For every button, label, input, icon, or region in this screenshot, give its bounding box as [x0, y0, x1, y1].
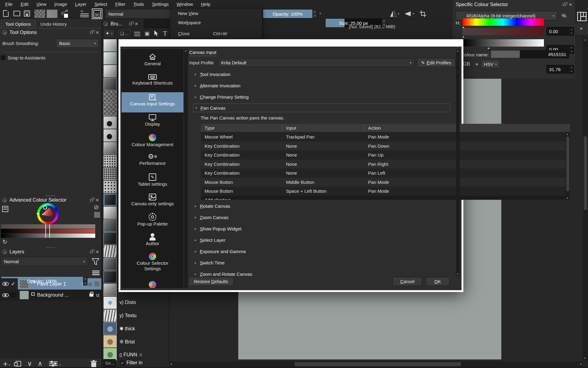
brush-preset-thumbnail[interactable]: [104, 104, 117, 116]
brush-preset-thumbnail[interactable]: [104, 309, 117, 322]
workspace-chooser-icon[interactable]: [577, 12, 587, 21]
brush-preset-thumbnail[interactable]: [104, 335, 117, 347]
mirror-horizontal-dropdown[interactable]: ▾: [398, 12, 399, 15]
section-show-popup-widget[interactable]: ▸Show Popup Widget: [195, 225, 241, 232]
sidebar-item-author[interactable]: Author: [122, 232, 183, 252]
scroll-left-arrow[interactable]: ◂: [170, 362, 172, 366]
canvas-hscrollbar[interactable]: ◂ ▸: [169, 362, 583, 367]
panel-lock-icon[interactable]: [2, 30, 7, 35]
brush-preset-thumbnail[interactable]: [104, 65, 117, 77]
brush-preset-thumbnail[interactable]: [104, 181, 117, 193]
layer-thumbnail[interactable]: [20, 291, 29, 299]
layer-selected-check[interactable]: [11, 293, 15, 297]
pattern-swatch[interactable]: [47, 9, 58, 18]
hue-spinbox[interactable]: 0.00▴▾: [546, 27, 574, 36]
tab-undo-history[interactable]: Undo History: [36, 20, 71, 28]
value-bar[interactable]: [1, 233, 95, 238]
sidebar-item-general[interactable]: General: [122, 52, 183, 72]
brush-settings-icon[interactable]: ∿: [80, 10, 89, 18]
table-row[interactable]: Key CombinationNonePan Right: [201, 160, 570, 169]
table-scroll-thumb[interactable]: [566, 137, 569, 191]
blend-mode-combo[interactable]: Normal: [105, 9, 171, 18]
sidebar-item-canvas-input-settings[interactable]: Canvas Input Settings: [122, 92, 183, 112]
brush-preset-thumbnail[interactable]: [104, 322, 117, 335]
dialog-content-scrollbar[interactable]: ▴ ▾: [456, 49, 460, 276]
brush-preset-thumbnail[interactable]: [104, 129, 117, 142]
panel-lock-icon[interactable]: [2, 250, 7, 254]
close-panel-icon[interactable]: ×: [135, 21, 138, 27]
menu-file[interactable]: File: [2, 2, 16, 7]
menu-item-close[interactable]: Close Ctrl+W: [171, 29, 262, 38]
close-panel-icon[interactable]: ×: [96, 30, 99, 35]
table-row[interactable]: Mouse ButtonMiddle ButtonPan Mode: [201, 178, 570, 187]
float-panel-icon[interactable]: [563, 4, 566, 6]
scroll-down-arrow[interactable]: ▾: [567, 197, 568, 199]
sidebar-item-colour-selector-settings[interactable]: Colour Selector Settings: [122, 252, 183, 277]
move-layer-down-button[interactable]: ∨: [27, 361, 32, 366]
section-select-layer[interactable]: ▸Select Layer: [195, 236, 225, 244]
sidebar-item-partial-icon[interactable]: [149, 281, 156, 288]
mirror-vertical-icon[interactable]: [404, 10, 412, 18]
brush-preset-thumbnail-selected[interactable]: [104, 194, 117, 206]
hue-gradient-bar[interactable]: [462, 18, 544, 26]
section-tool-invocation[interactable]: ▸Tool Invocation: [195, 70, 231, 78]
hscroll-thumb[interactable]: [295, 362, 461, 366]
layer-lock-icon[interactable]: [89, 294, 93, 297]
cancel-button[interactable]: Cancel: [393, 277, 422, 286]
wraparound-mode-icon[interactable]: [419, 10, 427, 18]
layer-menu-icon[interactable]: [92, 270, 100, 275]
brush-preset-thumbnail[interactable]: [104, 116, 117, 129]
ok-button[interactable]: OK: [426, 277, 450, 286]
layer-alpha-icon[interactable]: α: [88, 281, 92, 287]
sidebar-item-tablet-settings[interactable]: ✎ Tablet settings: [122, 173, 183, 192]
scroll-down-arrow[interactable]: ▾: [457, 273, 458, 275]
brush-preset-thumbnail[interactable]: [104, 232, 117, 245]
layer-opacity-spinner[interactable]: ▴▾: [83, 277, 88, 286]
sidebar-item-performance[interactable]: ⚙⚙ Performance: [122, 153, 183, 172]
float-panel-icon[interactable]: [129, 23, 132, 25]
close-panel-icon[interactable]: ×: [96, 197, 99, 203]
brush-preset-thumbnail[interactable]: [104, 155, 117, 167]
scroll-up-arrow[interactable]: ▴: [567, 133, 568, 135]
percent-toggle[interactable]: %: [562, 13, 566, 19]
scroll-up-arrow[interactable]: ▴: [185, 49, 186, 52]
layer-alpha-icon[interactable]: α: [96, 292, 100, 298]
brush-preset-thumbnail[interactable]: [104, 168, 117, 180]
inherit-alpha-icon[interactable]: [94, 281, 100, 286]
storage-icon[interactable]: ▣: [145, 30, 149, 37]
sidebar-item-canvas-only-settings[interactable]: Canvas-only settings: [122, 192, 183, 212]
menu-layer[interactable]: Layer: [72, 2, 90, 7]
layer-properties-dropdown[interactable]: ▾: [59, 363, 61, 366]
hue-bar[interactable]: [1, 224, 95, 229]
brush-preset-thumbnail[interactable]: [104, 78, 117, 90]
colour-wheel[interactable]: [37, 203, 58, 225]
brush-preset-thumbnail[interactable]: [104, 39, 117, 51]
brush-preset-label[interactable]: y) Textu: [119, 313, 137, 318]
opacity-spinner[interactable]: ▴▾: [312, 9, 317, 18]
brush-search-input[interactable]: Se...: [104, 359, 116, 367]
saturation-gradient-bar[interactable]: [462, 28, 544, 35]
brush-preset-label[interactable]: ▯ FUNN: [119, 352, 137, 358]
brush-preset-thumbnail[interactable]: [104, 297, 117, 309]
selector-settings-icon[interactable]: [2, 206, 8, 212]
brush-preset-thumbnail[interactable]: [104, 258, 117, 270]
section-exposure-and-gamma[interactable]: ▸Exposure and Gamma: [195, 248, 246, 255]
section-pan-canvas[interactable]: ▾Pan Canvas: [193, 104, 450, 112]
add-layer-dropdown[interactable]: ▾: [9, 363, 10, 366]
rgb-radio[interactable]: [475, 63, 478, 66]
refresh-icon[interactable]: ↻: [2, 239, 7, 245]
saturation-bar[interactable]: [1, 229, 95, 233]
section-switch-time[interactable]: ▸Switch Time: [195, 259, 224, 266]
brush-preset-thumbnail[interactable]: [104, 348, 117, 360]
brush-preset-label[interactable]: ❊ Brist: [119, 339, 135, 345]
menu-edit[interactable]: Edit: [17, 2, 32, 7]
scroll-down-arrow[interactable]: ▾: [584, 357, 586, 360]
swap-colors-icon[interactable]: ⇄: [65, 9, 68, 13]
layer-blend-mode-combo[interactable]: Normal▾: [1, 257, 88, 266]
list-view-icon[interactable]: [134, 31, 140, 36]
brush-preset-thumbnail[interactable]: [104, 52, 117, 64]
scroll-up-arrow[interactable]: ▴: [457, 49, 458, 52]
last-color-swatch[interactable]: [94, 211, 100, 218]
sidebar-item-display[interactable]: Display: [122, 113, 183, 132]
float-panel-icon[interactable]: [90, 251, 93, 253]
